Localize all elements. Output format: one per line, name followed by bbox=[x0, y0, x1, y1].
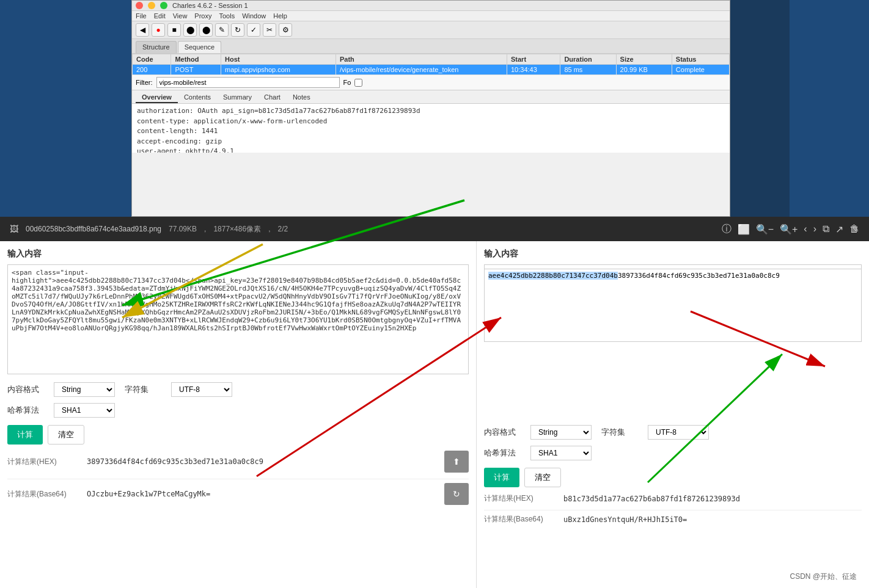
toolbar-cut[interactable]: ✂ bbox=[263, 23, 276, 37]
filter-label: Filter: bbox=[136, 79, 153, 86]
left-format-select[interactable]: String Hex bbox=[54, 382, 115, 397]
right-charset-select[interactable]: UTF-8 bbox=[648, 425, 709, 440]
col-duration[interactable]: Duration bbox=[560, 54, 616, 65]
col-host[interactable]: Host bbox=[221, 54, 336, 65]
left-format-row: 内容格式 String Hex 字符集 UTF-8 GBK bbox=[7, 382, 469, 397]
right-clear-btn[interactable]: 清空 bbox=[524, 468, 561, 487]
left-calc-btn[interactable]: 计算 bbox=[7, 425, 43, 445]
left-copy-base64-btn[interactable]: ↻ bbox=[444, 483, 469, 505]
right-input-highlight: aee4c425dbb2288b80c71347cc37d04b bbox=[488, 272, 618, 280]
toolbar-clear[interactable]: ⬤ bbox=[183, 23, 197, 37]
left-panel-title: 输入内容 bbox=[7, 249, 469, 260]
toolbar-stop[interactable]: ■ bbox=[167, 23, 181, 37]
right-result-hex-value: b81c73d5d1a77ac627b6ab87fd1f87261239893d bbox=[563, 495, 862, 503]
viewer-controls: ⓘ ⬜ 🔍− 🔍+ ‹ › ⧉ ↗ 🗑 bbox=[722, 223, 859, 236]
left-format-label: 内容格式 bbox=[7, 384, 44, 395]
tab-contents[interactable]: Contents bbox=[178, 92, 217, 103]
charles-toolbar: ◀ ● ■ ⬤ ⬤ ✎ ↻ ✓ ✂ ⚙ bbox=[132, 21, 730, 39]
tab-notes[interactable]: Notes bbox=[287, 92, 317, 103]
menu-window[interactable]: Window bbox=[242, 12, 266, 20]
toolbar-edit[interactable]: ✎ bbox=[215, 23, 229, 37]
toolbar-dot2[interactable]: ⬤ bbox=[199, 23, 213, 37]
table-row[interactable]: 200 POST mapi.appvipshop.com /vips-mobil… bbox=[133, 65, 730, 75]
filter-checkbox-label: Fo bbox=[343, 79, 351, 86]
left-hash-select[interactable]: SHA1 MD5 SHA256 bbox=[54, 403, 115, 418]
menu-edit[interactable]: Edit bbox=[154, 12, 166, 20]
menu-proxy[interactable]: Proxy bbox=[194, 12, 211, 20]
menubar: File Edit View Proxy Tools Window Help bbox=[132, 11, 730, 21]
right-hash-select[interactable]: SHA1 bbox=[530, 446, 592, 460]
viewer-share-btn[interactable]: ↗ bbox=[835, 223, 843, 235]
left-clear-btn[interactable]: 清空 bbox=[48, 425, 84, 445]
viewer-info-btn[interactable]: ⓘ bbox=[722, 223, 732, 236]
tab-summary[interactable]: Summary bbox=[217, 92, 258, 103]
cell-size: 20.99 KB bbox=[616, 65, 672, 75]
image-size: 77.09KB bbox=[169, 225, 197, 233]
menu-help[interactable]: Help bbox=[273, 12, 287, 20]
viewer-zoom-out-btn[interactable]: 🔍− bbox=[756, 223, 774, 235]
viewer-crop-btn[interactable]: ⬜ bbox=[738, 223, 750, 235]
image-separator2: , bbox=[268, 225, 270, 233]
toolbar-back[interactable]: ◀ bbox=[136, 23, 149, 37]
toolbar-refresh[interactable]: ↻ bbox=[231, 23, 244, 37]
menu-view[interactable]: View bbox=[173, 12, 188, 20]
toolbar-check[interactable]: ✓ bbox=[247, 23, 260, 37]
close-btn[interactable] bbox=[136, 2, 143, 9]
filter-input[interactable] bbox=[156, 77, 340, 88]
menu-tools[interactable]: Tools bbox=[219, 12, 235, 20]
right-panel-title: 输入内容 bbox=[484, 249, 862, 260]
right-action-row: 计算 清空 bbox=[484, 468, 862, 487]
header-line-2: content-type: application/x-www-form-url… bbox=[137, 117, 725, 127]
col-size[interactable]: Size bbox=[616, 54, 672, 65]
menu-file[interactable]: File bbox=[136, 12, 147, 20]
viewer-zoom-in-btn[interactable]: 🔍+ bbox=[780, 223, 798, 235]
col-code[interactable]: Code bbox=[133, 54, 171, 65]
tab-sequence[interactable]: Sequence bbox=[178, 41, 222, 53]
left-panel: 输入内容 ☁ 上传文件 <span class="input-highlight… bbox=[0, 241, 477, 588]
right-result-base64-label: 计算结果(Base64) bbox=[484, 514, 557, 524]
viewer-next-btn[interactable]: › bbox=[813, 223, 816, 234]
viewer-copy-btn[interactable]: ⧉ bbox=[823, 223, 829, 234]
right-calc-btn[interactable]: 计算 bbox=[484, 468, 519, 487]
image-separator1: , bbox=[204, 225, 206, 233]
left-input[interactable]: <span class="input-highlight">aee4c425db… bbox=[7, 264, 469, 374]
minimize-btn[interactable] bbox=[148, 2, 155, 9]
right-input-display: aee4c425dbb2288b80c71347cc37d04b3897336d… bbox=[484, 269, 862, 342]
filter-bar: Filter: Fo bbox=[132, 75, 730, 90]
left-result-hex-row: 计算结果(HEX) 3897336d4f84cfd69c935c3b3ed71e… bbox=[7, 451, 469, 473]
maximize-btn[interactable] bbox=[160, 2, 167, 9]
image-filename: 00d60258bc3bdffb8a674c4e3aad918.png bbox=[26, 225, 161, 233]
cell-host: mapi.appvipshop.com bbox=[221, 65, 336, 75]
toolbar-settings[interactable]: ⚙ bbox=[279, 23, 292, 37]
col-method[interactable]: Method bbox=[171, 54, 221, 65]
col-status[interactable]: Status bbox=[672, 54, 729, 65]
left-charset-select[interactable]: UTF-8 GBK bbox=[171, 382, 232, 397]
col-start[interactable]: Start bbox=[507, 54, 560, 65]
left-action-row: 计算 清空 bbox=[7, 425, 469, 445]
csdn-footer: CSDN @开始、征途 bbox=[790, 572, 857, 582]
right-format-select[interactable]: String bbox=[530, 425, 592, 440]
left-result-hex-label: 计算结果(HEX) bbox=[7, 457, 81, 467]
header-line-3: content-length: 1441 bbox=[137, 126, 725, 137]
left-result-base64-label: 计算结果(Base64) bbox=[7, 489, 81, 499]
left-input-container: <span class="input-highlight">aee4c425db… bbox=[7, 264, 469, 376]
header-line-5: user-agent: okhttp/4.9.1 bbox=[137, 147, 725, 153]
tab-overview[interactable]: Overview bbox=[136, 92, 178, 103]
toolbar-record[interactable]: ● bbox=[152, 23, 165, 37]
window-title: Charles 4.6.2 - Session 1 bbox=[172, 2, 248, 9]
titlebar: Charles 4.6.2 - Session 1 bbox=[132, 1, 730, 11]
viewer-edit-btn[interactable]: ✎ bbox=[852, 224, 859, 234]
tab-structure[interactable]: Structure bbox=[136, 41, 177, 53]
tab-chart[interactable]: Chart bbox=[258, 92, 287, 103]
filter-checkbox[interactable] bbox=[354, 79, 362, 87]
left-copy-hex-btn[interactable]: ⬆ bbox=[444, 451, 469, 473]
left-result-base64-row: 计算结果(Base64) OJczbu+Ez9ack1w7PtceMaCgyMk… bbox=[7, 479, 469, 505]
col-path[interactable]: Path bbox=[336, 54, 507, 65]
detail-tabs: Overview Contents Summary Chart Notes bbox=[132, 90, 730, 104]
right-input-body: 3897336d4f84cfd69c935c3b3ed71e31a0a0c8c9 bbox=[618, 272, 780, 280]
image-dimensions: 1877×486像素 bbox=[213, 224, 261, 234]
right-hash-label: 哈希算法 bbox=[484, 448, 521, 459]
cell-method: POST bbox=[171, 65, 221, 75]
right-hash-row: 哈希算法 SHA1 bbox=[484, 446, 862, 460]
viewer-prev-btn[interactable]: ‹ bbox=[804, 223, 807, 234]
